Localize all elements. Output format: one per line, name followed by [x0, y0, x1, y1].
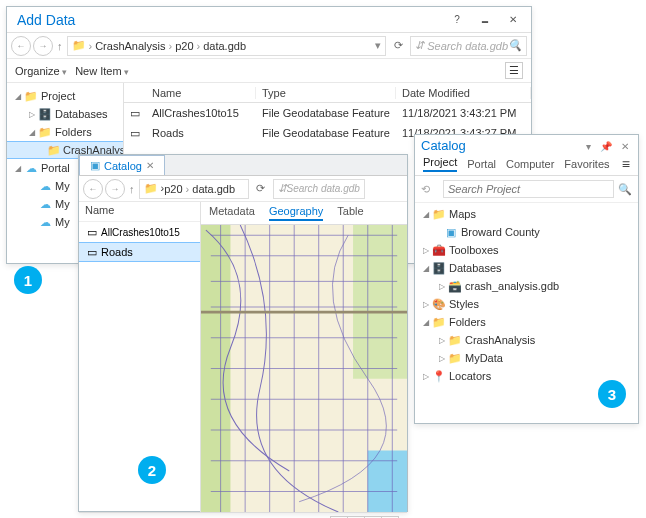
- tab-portal[interactable]: Portal: [467, 158, 496, 170]
- window-help-button[interactable]: ?: [443, 10, 471, 30]
- command-bar: Organize New Item ☰: [7, 59, 531, 83]
- column-name[interactable]: Name: [79, 202, 200, 222]
- feature-class-icon: ▭: [124, 107, 146, 120]
- tab-table[interactable]: Table: [337, 205, 363, 221]
- search-input[interactable]: ⇵ Search data.gdb: [273, 179, 365, 199]
- nav-back-button[interactable]: ←: [83, 179, 103, 199]
- catalog-view-window: ▣ Catalog ✕ ← → ↑ 📁 ›p20›data.gdb ⟳ ⇵ Se…: [78, 154, 408, 512]
- tree-toolboxes[interactable]: ▷🧰Toolboxes: [415, 241, 638, 259]
- tree-folder-item[interactable]: ▷📁MyData: [415, 349, 638, 367]
- preview-tabs: Metadata Geography Table: [201, 202, 407, 225]
- tree-folder-item[interactable]: ▷📁CrashAnalysis: [415, 331, 638, 349]
- feature-class-icon: ▭: [124, 127, 146, 140]
- search-icon: 🔍: [618, 183, 632, 196]
- svg-rect-3: [353, 225, 407, 379]
- organize-menu[interactable]: Organize: [15, 65, 67, 77]
- nav-up-icon[interactable]: ↑: [55, 40, 65, 52]
- list-item[interactable]: ▭ AllCrashes10to15 File Geodatabase Feat…: [124, 103, 531, 123]
- map-preview[interactable]: [201, 225, 407, 512]
- tree-gdb-item[interactable]: ▷🗃️crash_analysis.gdb: [415, 277, 638, 295]
- window-minimize-button[interactable]: 🗕: [471, 10, 499, 30]
- breadcrumb[interactable]: 📁 ›p20›data.gdb: [139, 179, 249, 199]
- refresh-button[interactable]: ⟳: [251, 179, 271, 199]
- tree-folders[interactable]: ◢📁Folders: [7, 123, 123, 141]
- filter-icon: ⇵: [278, 182, 287, 195]
- close-tab-icon[interactable]: ✕: [146, 160, 154, 171]
- callout-marker-1: 1: [14, 266, 42, 294]
- catalog-icon: ▣: [90, 159, 100, 172]
- tree-map-item[interactable]: ▣Broward County: [415, 223, 638, 241]
- dropdown-icon[interactable]: ▾: [583, 141, 594, 152]
- tab-project[interactable]: Project: [423, 156, 457, 172]
- titlebar: Add Data ? 🗕 ✕: [7, 7, 531, 33]
- tab-geography[interactable]: Geography: [269, 205, 323, 221]
- window-close-button[interactable]: ✕: [499, 10, 527, 30]
- nav-up-icon[interactable]: ↑: [127, 183, 137, 195]
- nav-toolbar: ← → ↑ 📁 ›p20›data.gdb ⟳ ⇵ Search data.gd…: [79, 176, 407, 202]
- title: Add Data: [17, 12, 443, 28]
- nav-forward-button[interactable]: →: [33, 36, 53, 56]
- callout-marker-2: 2: [138, 456, 166, 484]
- tree-styles[interactable]: ▷🎨Styles: [415, 295, 638, 313]
- tree-project[interactable]: ◢📁Project: [7, 87, 123, 105]
- catalog-tree: ◢📁Maps ▣Broward County ▷🧰Toolboxes ◢🗄️Da…: [415, 203, 638, 387]
- nav-back-button[interactable]: ←: [11, 36, 31, 56]
- column-date[interactable]: Date Modified: [396, 87, 531, 99]
- nav-toolbar: ← → ↑ 📁 ›CrashAnalysis ›p20 ›data.gdb ▾ …: [7, 33, 531, 59]
- column-type[interactable]: Type: [256, 87, 396, 99]
- search-input[interactable]: ⇵ Search data.gdb 🔍: [410, 36, 527, 56]
- nav-forward-button[interactable]: →: [105, 179, 125, 199]
- tree-folders[interactable]: ◢📁Folders: [415, 313, 638, 331]
- breadcrumb[interactable]: 📁 ›CrashAnalysis ›p20 ›data.gdb ▾: [67, 36, 387, 56]
- callout-marker-3: 3: [598, 380, 626, 408]
- pane-tabs: Project Portal Computer Favorites ≡: [415, 156, 638, 176]
- status-bar: 2 Items 1 Item Selected ☰ ▤ ▦ ▩: [79, 512, 407, 518]
- menu-icon[interactable]: ≡: [622, 156, 630, 172]
- tab-favorites[interactable]: Favorites: [564, 158, 609, 170]
- close-icon[interactable]: ✕: [618, 141, 632, 152]
- pane-title: Catalog: [421, 138, 583, 153]
- tab-metadata[interactable]: Metadata: [209, 205, 255, 221]
- list-item[interactable]: ▭Roads: [79, 242, 200, 262]
- search-icon: 🔍: [508, 39, 522, 52]
- new-item-menu[interactable]: New Item: [75, 65, 129, 77]
- tree-maps[interactable]: ◢📁Maps: [415, 205, 638, 223]
- refresh-button[interactable]: ⟳: [388, 36, 408, 56]
- search-project-input[interactable]: [443, 180, 614, 198]
- tree-databases[interactable]: ◢🗄️Databases: [415, 259, 638, 277]
- filter-icon: ⇵: [415, 39, 424, 52]
- tab-strip: ▣ Catalog ✕: [79, 155, 407, 176]
- tree-databases[interactable]: ▷🗄️Databases: [7, 105, 123, 123]
- search-back-icon[interactable]: ⟲: [421, 183, 439, 196]
- catalog-tab[interactable]: ▣ Catalog ✕: [79, 155, 165, 175]
- column-name[interactable]: Name: [146, 87, 256, 99]
- folder-icon: 📁: [72, 39, 86, 52]
- list-item[interactable]: ▭AllCrashes10to15: [79, 222, 200, 242]
- tab-computer[interactable]: Computer: [506, 158, 554, 170]
- pin-icon[interactable]: 📌: [597, 141, 615, 152]
- view-switch-icon[interactable]: ☰: [505, 62, 523, 79]
